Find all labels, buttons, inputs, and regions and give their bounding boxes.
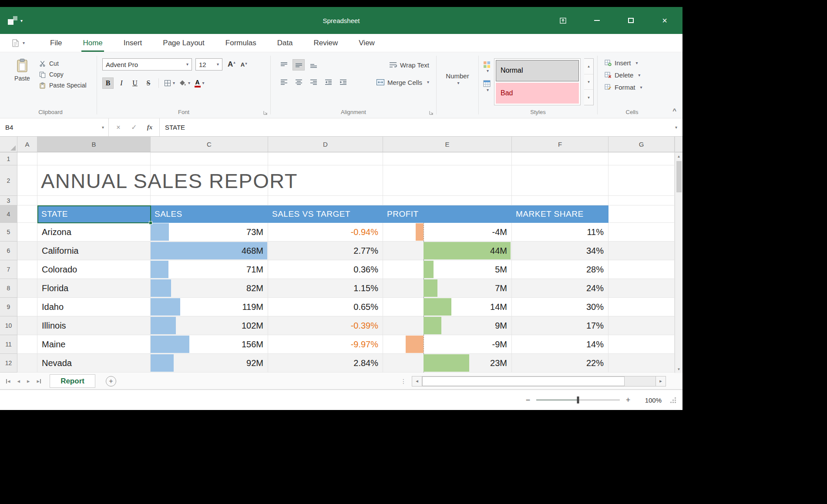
minimize-button[interactable] xyxy=(590,14,603,27)
cell-D3[interactable] xyxy=(268,196,383,205)
align-center-button[interactable] xyxy=(292,77,305,88)
cell-B5[interactable]: Arizona xyxy=(37,223,151,242)
row-header-11[interactable]: 11 xyxy=(0,335,17,354)
column-header-B[interactable]: B xyxy=(37,137,151,152)
cell-E2[interactable] xyxy=(383,165,512,196)
cell-F3[interactable] xyxy=(512,196,608,205)
cell-E7[interactable]: 5M xyxy=(383,260,512,279)
sheet-tab-report[interactable]: Report xyxy=(50,374,95,388)
cell-A4[interactable] xyxy=(17,205,37,223)
row-header-6[interactable]: 6 xyxy=(0,242,17,260)
column-header-G[interactable]: G xyxy=(608,137,675,152)
cell-B12[interactable]: Nevada xyxy=(37,354,151,373)
borders-button[interactable]: ▾ xyxy=(163,77,176,89)
zoom-in-button[interactable]: + xyxy=(622,396,634,405)
formula-input[interactable]: STATE xyxy=(160,118,682,136)
style-item-normal[interactable]: Normal xyxy=(496,60,579,81)
vscroll-thumb[interactable] xyxy=(676,161,682,192)
cell-G4[interactable] xyxy=(608,205,675,223)
cell-E11[interactable]: -9M xyxy=(383,335,512,354)
zoom-slider-thumb[interactable] xyxy=(577,396,579,403)
add-sheet-button[interactable]: + xyxy=(106,376,116,386)
cell-C12[interactable]: 92M xyxy=(151,354,268,373)
collapse-ribbon-button[interactable]: ^ xyxy=(672,107,676,114)
cell-G5[interactable] xyxy=(608,223,675,242)
row-header-9[interactable]: 9 xyxy=(0,298,17,316)
increase-font-size-button[interactable]: A ▴ xyxy=(228,60,235,69)
tab-file[interactable]: File xyxy=(44,34,68,52)
align-left-button[interactable] xyxy=(278,77,290,88)
row-header-12[interactable]: 12 xyxy=(0,354,17,373)
scroll-down-button[interactable]: ▼ xyxy=(675,365,682,373)
cell-E1[interactable] xyxy=(383,152,512,165)
cell-F8[interactable]: 24% xyxy=(512,279,608,298)
zoom-out-button[interactable]: − xyxy=(522,396,534,405)
cell-E6[interactable]: 44M xyxy=(383,242,512,260)
cell-A8[interactable] xyxy=(17,279,37,298)
cell-C5[interactable]: 73M xyxy=(151,223,268,242)
previous-sheet-button[interactable]: ◂ xyxy=(17,378,20,384)
tab-insert[interactable]: Insert xyxy=(117,34,149,52)
cell-G10[interactable] xyxy=(608,316,675,335)
cell-F7[interactable]: 28% xyxy=(512,260,608,279)
confirm-entry-button[interactable]: ✓ xyxy=(126,123,142,131)
cell-D1[interactable] xyxy=(268,152,383,165)
cell-B7[interactable]: Colorado xyxy=(37,260,151,279)
ribbon-pin-button[interactable] xyxy=(556,14,569,27)
cell-D9[interactable]: 0.65% xyxy=(268,298,383,316)
cut-button[interactable]: Cut xyxy=(39,60,87,67)
cell-G6[interactable] xyxy=(608,242,675,260)
font-dialog-launcher[interactable] xyxy=(263,111,268,115)
formula-bar-expand-icon[interactable]: ▾ xyxy=(675,118,677,136)
cell-F5[interactable]: 11% xyxy=(512,223,608,242)
cell-F11[interactable]: 14% xyxy=(512,335,608,354)
decrease-indent-button[interactable] xyxy=(322,77,334,88)
align-middle-button[interactable] xyxy=(292,59,305,71)
cell-B4[interactable]: STATE xyxy=(37,205,151,223)
cell-A3[interactable] xyxy=(17,196,37,205)
fill-color-button[interactable]: ▾ xyxy=(178,77,191,89)
cell-F1[interactable] xyxy=(512,152,608,165)
name-box[interactable]: B4 ▾ xyxy=(0,118,109,136)
font-color-button[interactable]: A ▾ xyxy=(193,77,205,89)
cell-C8[interactable]: 82M xyxy=(151,279,268,298)
tab-review[interactable]: Review xyxy=(307,34,345,52)
cell-A5[interactable] xyxy=(17,223,37,242)
increase-indent-button[interactable] xyxy=(337,77,349,88)
format-as-table-button[interactable]: ▾ xyxy=(483,80,491,92)
styles-scroll-down-button[interactable]: ▾ xyxy=(584,74,593,90)
wrap-text-button[interactable]: Wrap Text xyxy=(389,61,429,69)
cell-F4[interactable]: MARKET SHARE xyxy=(512,205,608,223)
paste-special-button[interactable]: Paste Special xyxy=(39,82,87,89)
horizontal-scrollbar[interactable] xyxy=(422,376,656,386)
row-header-4[interactable]: 4 xyxy=(0,205,17,223)
cell-E5[interactable]: -4M xyxy=(383,223,512,242)
cell-G2[interactable] xyxy=(608,165,675,196)
cell-D12[interactable]: 2.84% xyxy=(268,354,383,373)
cell-B9[interactable]: Idaho xyxy=(37,298,151,316)
cell-B11[interactable]: Maine xyxy=(37,335,151,354)
cell-C9[interactable]: 119M xyxy=(151,298,268,316)
cell-F9[interactable]: 30% xyxy=(512,298,608,316)
row-header-10[interactable]: 10 xyxy=(0,316,17,335)
cell-B8[interactable]: Florida xyxy=(37,279,151,298)
cell-A10[interactable] xyxy=(17,316,37,335)
cell-D10[interactable]: -0.39% xyxy=(268,316,383,335)
delete-cells-button[interactable]: Delete ▾ xyxy=(605,71,666,79)
document-menu-button[interactable]: ▾ xyxy=(12,34,25,52)
vertical-scrollbar[interactable]: ▲ ▼ xyxy=(675,137,682,373)
cell-E12[interactable]: 23M xyxy=(383,354,512,373)
name-box-caret-icon[interactable]: ▾ xyxy=(102,125,104,130)
cell-G1[interactable] xyxy=(608,152,675,165)
alignment-dialog-launcher[interactable] xyxy=(429,111,434,115)
cell-D4[interactable]: SALES VS TARGET xyxy=(268,205,383,223)
cell-A1[interactable] xyxy=(17,152,37,165)
row-header-2[interactable]: 2 xyxy=(0,165,17,196)
cell-C11[interactable]: 156M xyxy=(151,335,268,354)
cell-E10[interactable]: 9M xyxy=(383,316,512,335)
zoom-slider[interactable] xyxy=(536,396,620,404)
tab-home[interactable]: Home xyxy=(76,34,109,52)
cell-C4[interactable]: SALES xyxy=(151,205,268,223)
cell-G9[interactable] xyxy=(608,298,675,316)
tab-splitter-handle[interactable]: ⋮ xyxy=(400,378,407,385)
